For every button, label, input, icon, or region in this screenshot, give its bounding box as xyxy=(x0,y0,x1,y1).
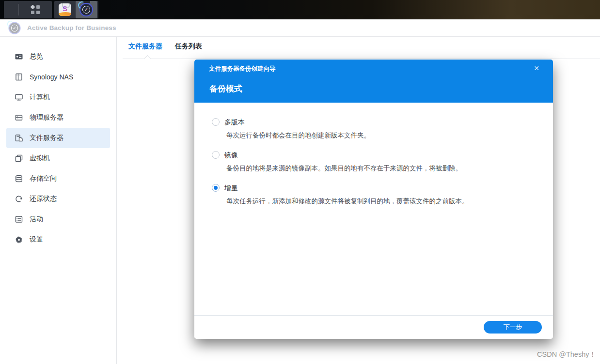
sidebar-item-label: 活动 xyxy=(30,215,43,224)
tab-underline xyxy=(123,59,600,59)
sidebar-item-synology-nas[interactable]: Synology NAS xyxy=(6,67,110,87)
computer-icon xyxy=(15,93,23,102)
option-label[interactable]: 增量 xyxy=(224,184,534,192)
option-multi-version[interactable]: 多版本 每次运行备份时都会在目的地创建新版本文件夹。 xyxy=(212,118,534,139)
tab-file-server[interactable]: 文件服务器 xyxy=(128,42,162,55)
active-backup-icon: ✓ xyxy=(79,3,93,16)
dialog-header: 文件服务器备份创建向导 ✕ 备份模式 xyxy=(194,60,553,103)
desktop-taskbar: S ✓ xyxy=(0,0,600,19)
next-button[interactable]: 下一步 xyxy=(484,321,542,334)
radio-mirror[interactable] xyxy=(212,151,220,159)
tab-task-list[interactable]: 任务列表 xyxy=(175,42,202,55)
storage-icon xyxy=(15,174,23,183)
sidebar-item-settings[interactable]: 设置 xyxy=(6,229,110,250)
option-mirror[interactable]: 镜像 备份目的地将是来源的镜像副本。如果目的地有不存在于来源的文件，将被删除。 xyxy=(212,151,534,172)
dialog-content: 多版本 每次运行备份时都会在目的地创建新版本文件夹。 镜像 备份目的地将是来源的… xyxy=(194,103,553,205)
radio-incremental[interactable] xyxy=(212,184,220,192)
sidebar-item-label: 存储空间 xyxy=(30,174,57,183)
active-backup-app-icon: ✓ xyxy=(8,22,20,34)
dialog-title: 文件服务器备份创建向导 xyxy=(209,65,276,73)
dialog-step-heading: 备份模式 xyxy=(209,83,242,94)
nas-icon xyxy=(15,73,23,81)
backup-wizard-dialog: 文件服务器备份创建向导 ✕ 备份模式 多版本 每次运行备份时都会在目的地创建新版… xyxy=(194,60,553,339)
sidebar-item-overview[interactable]: 总览 xyxy=(6,46,110,67)
main-menu-button[interactable] xyxy=(18,1,52,18)
settings-icon xyxy=(15,235,23,244)
package-center-icon: S xyxy=(59,3,71,16)
app-title: Active Backup for Business xyxy=(27,24,116,31)
watermark: CSDN @Theshy！ xyxy=(537,350,596,359)
sidebar-item-storage[interactable]: 存储空间 xyxy=(6,168,110,189)
active-backup-taskbar-button[interactable]: ✓ xyxy=(76,1,97,18)
sidebar: 总览 Synology NAS 计算机 物理服务器 文件服务器 xyxy=(0,37,117,364)
overview-icon xyxy=(15,52,23,61)
sidebar-item-label: 虚拟机 xyxy=(30,154,50,163)
option-label[interactable]: 镜像 xyxy=(224,151,534,159)
option-description: 每次任务运行，新添加和修改的源文件将被复制到目的地，覆盖该文件的之前版本。 xyxy=(226,197,534,205)
app-header: ✓ Active Backup for Business xyxy=(0,19,600,37)
close-icon[interactable]: ✕ xyxy=(532,63,541,73)
file-server-icon xyxy=(15,134,23,142)
sidebar-item-label: 总览 xyxy=(30,52,43,61)
restore-status-icon xyxy=(15,195,23,203)
radio-multi-version[interactable] xyxy=(212,118,220,126)
sidebar-item-label: Synology NAS xyxy=(30,73,73,81)
active-tab-caret xyxy=(144,55,151,62)
taskbar-left-group xyxy=(4,1,52,18)
sidebar-item-physical-server[interactable]: 物理服务器 xyxy=(6,107,110,128)
physical-server-icon xyxy=(15,113,23,122)
sidebar-item-label: 设置 xyxy=(30,235,43,244)
option-description: 备份目的地将是来源的镜像副本。如果目的地有不存在于来源的文件，将被删除。 xyxy=(226,165,534,172)
activity-icon xyxy=(15,215,23,224)
option-incremental[interactable]: 增量 每次任务运行，新添加和修改的源文件将被复制到目的地，覆盖该文件的之前版本。 xyxy=(212,184,534,205)
sidebar-item-computer[interactable]: 计算机 xyxy=(6,87,110,107)
sidebar-item-activity[interactable]: 活动 xyxy=(6,209,110,229)
option-label[interactable]: 多版本 xyxy=(224,118,534,126)
taskbar-apps-group: S ✓ xyxy=(54,1,98,18)
virtual-machine-icon xyxy=(15,154,23,163)
package-center-button[interactable]: S xyxy=(54,1,76,18)
sidebar-item-label: 物理服务器 xyxy=(30,113,63,122)
sidebar-item-virtual-machine[interactable]: 虚拟机 xyxy=(6,148,110,168)
sidebar-item-label: 计算机 xyxy=(30,93,50,102)
sidebar-item-restore-status[interactable]: 还原状态 xyxy=(6,189,110,209)
screen: S ✓ ✓ Active Backup for Business 总览 xyxy=(0,0,600,364)
tab-bar: 文件服务器 任务列表 xyxy=(117,37,600,59)
apps-grid-icon xyxy=(31,5,40,14)
option-description: 每次运行备份时都会在目的地创建新版本文件夹。 xyxy=(226,132,534,139)
sidebar-item-label: 文件服务器 xyxy=(30,134,63,142)
dialog-footer: 下一步 xyxy=(194,315,553,339)
sidebar-item-file-server[interactable]: 文件服务器 xyxy=(6,128,110,148)
sidebar-item-label: 还原状态 xyxy=(30,195,57,203)
